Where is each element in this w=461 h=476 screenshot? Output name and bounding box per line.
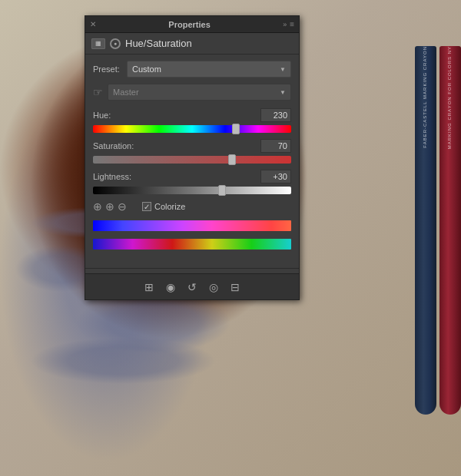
saturation-track[interactable]	[93, 156, 291, 164]
lightness-slider-header: Lightness: +30	[93, 170, 291, 183]
crayon-dark: FABER-CASTELL MARKING CRAYON	[415, 46, 436, 415]
preset-arrow: ▼	[280, 66, 286, 73]
panel-content: Preset: Custom ▼ ☞ Master ▼ Hue: 230	[85, 55, 299, 263]
panel-titlebar: ✕ Properties » ≡	[85, 16, 299, 33]
saturation-slider-header: Saturation: 70	[93, 139, 291, 153]
preset-row: Preset: Custom ▼	[93, 61, 291, 78]
hue-label: Hue:	[93, 111, 111, 120]
grid-icon: ▦	[95, 40, 101, 47]
channel-value: Master	[113, 88, 139, 97]
color-bar-top	[93, 220, 291, 231]
eye-visibility-button[interactable]: ◉	[163, 279, 178, 295]
hue-track[interactable]	[93, 125, 291, 133]
panel-close-button[interactable]: ✕	[90, 21, 96, 28]
add-layer-button[interactable]: ⊞	[141, 279, 157, 295]
panel-title: Properties	[168, 20, 210, 29]
eyedropper-icon[interactable]: ⊕	[93, 200, 102, 213]
color-bar-bottom	[93, 239, 291, 250]
tool-icons: ⊕ ⊕ ⊖	[93, 200, 127, 213]
saturation-label: Saturation:	[93, 141, 134, 150]
colorize-checkbox-row[interactable]: ✓ Colorize	[142, 202, 185, 211]
hue-slider-header: Hue: 230	[93, 108, 291, 122]
lightness-slider-row: Lightness: +30	[93, 170, 291, 194]
panel-toolbar: ⊞ ◉ ↺ ◎ ⊟	[85, 273, 299, 299]
crayons-decoration: FABER-CASTELL MARKING CRAYON MARKING CRA…	[369, 46, 461, 476]
adjustment-icon-1: ▦	[91, 38, 105, 49]
hand-tool-icon[interactable]: ☞	[93, 86, 103, 98]
check-mark: ✓	[144, 203, 150, 211]
adjustment-icon-2: ●	[110, 38, 121, 49]
saturation-thumb[interactable]	[228, 154, 236, 165]
lightness-label: Lightness:	[93, 172, 131, 181]
channel-select[interactable]: Master ▼	[108, 84, 291, 101]
properties-panel: ✕ Properties » ≡ ▦ ● Hue/Saturation Pres…	[85, 15, 300, 300]
crayon-red: MARKING CRAYON FOR COLORS NY	[439, 46, 461, 415]
reset-button[interactable]: ↺	[184, 279, 200, 295]
toolbar-divider	[85, 268, 299, 269]
channel-arrow: ▼	[280, 89, 286, 96]
crayon-red-label: MARKING CRAYON FOR COLORS NY	[447, 46, 453, 164]
color-bar-top-row	[93, 220, 291, 231]
mask-button[interactable]: ◎	[206, 279, 221, 295]
color-bar-bottom-row	[93, 239, 291, 250]
preset-value: Custom	[132, 64, 161, 74]
panel-menu-button[interactable]: ≡	[290, 20, 294, 28]
colorize-label: Colorize	[154, 202, 185, 211]
colorize-checkbox[interactable]: ✓	[142, 202, 151, 211]
saturation-slider-row: Saturation: 70	[93, 139, 291, 164]
lightness-thumb[interactable]	[218, 185, 226, 196]
adjustment-title: Hue/Saturation	[125, 38, 192, 49]
lightness-value[interactable]: +30	[260, 170, 291, 183]
eyedropper-minus-icon[interactable]: ⊖	[118, 200, 127, 213]
circle-icon: ●	[114, 41, 117, 46]
panel-nav-arrows[interactable]: »	[283, 21, 287, 28]
panel-title-controls: » ≡	[283, 20, 294, 28]
panel-subheader: ▦ ● Hue/Saturation	[85, 33, 299, 55]
channel-row: ☞ Master ▼	[93, 84, 291, 101]
hue-slider-row: Hue: 230	[93, 108, 291, 133]
preset-select[interactable]: Custom ▼	[127, 61, 291, 78]
eyedropper-plus-icon[interactable]: ⊕	[105, 200, 114, 213]
delete-button[interactable]: ⊟	[227, 279, 243, 295]
preset-label: Preset:	[93, 64, 122, 74]
hue-thumb[interactable]	[232, 124, 240, 134]
hue-value[interactable]: 230	[260, 108, 291, 122]
crayon-dark-label: FABER-CASTELL MARKING CRAYON	[423, 46, 428, 164]
colorize-row: ⊕ ⊕ ⊖ ✓ Colorize	[93, 200, 291, 213]
saturation-value[interactable]: 70	[260, 139, 291, 153]
lightness-track[interactable]	[93, 187, 291, 194]
